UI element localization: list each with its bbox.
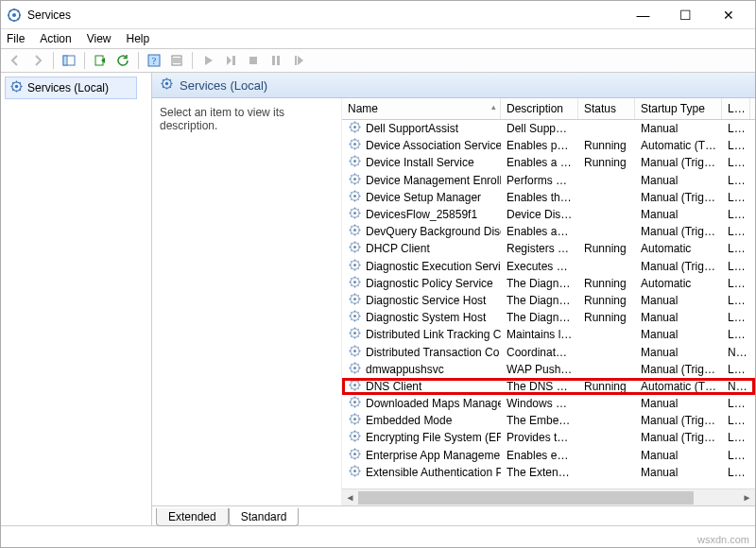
service-row[interactable]: Enterprise App Manageme…Enables ent…Manu…: [342, 447, 755, 464]
service-logon: Loc: [722, 242, 750, 255]
start-service-button[interactable]: [198, 50, 218, 71]
pause-r-button[interactable]: [220, 50, 241, 71]
service-row[interactable]: Device Association ServiceEnables pair…R…: [342, 137, 755, 154]
service-logon: Loc: [722, 156, 750, 169]
tab-extended[interactable]: Extended: [156, 508, 229, 526]
service-rows[interactable]: Dell SupportAssistDell Suppor…ManualLocD…: [342, 120, 755, 488]
service-startup: Manual: [635, 346, 722, 359]
stop-service-button[interactable]: [243, 50, 264, 71]
service-logon: Loc: [722, 122, 750, 135]
service-logon: Loc: [722, 225, 750, 238]
service-status: Running: [578, 139, 635, 152]
service-row[interactable]: Embedded ModeThe Embed…Manual (Trig…Loc: [342, 412, 755, 429]
tab-standard[interactable]: Standard: [229, 508, 300, 526]
service-status: Running: [578, 277, 635, 290]
service-startup: Manual (Trig…: [635, 225, 722, 238]
service-row[interactable]: Device Setup ManagerEnables the …Manual …: [342, 189, 755, 206]
service-desc: The Embed…: [501, 414, 578, 427]
col-startup[interactable]: Startup Type: [635, 98, 722, 119]
service-row[interactable]: Diagnostic Execution ServiceExecutes dia…: [342, 258, 755, 275]
service-row[interactable]: Distributed Transaction Co…Coordinates…M…: [342, 343, 755, 360]
service-status: Running: [578, 380, 635, 393]
tree-item-services-local[interactable]: Services (Local): [5, 77, 137, 99]
help-button[interactable]: ?: [144, 50, 164, 71]
service-name: Enterprise App Manageme…: [366, 449, 501, 462]
view-tabs: Extended Standard: [152, 505, 755, 525]
service-row[interactable]: Encrypting File System (EFS)Provides th……: [342, 429, 755, 446]
service-desc: WAP Push …: [501, 363, 578, 376]
gear-icon: [348, 172, 362, 189]
forward-button[interactable]: [27, 50, 48, 71]
col-name[interactable]: Name: [342, 98, 501, 119]
gear-icon: [348, 206, 362, 223]
service-row[interactable]: DNS ClientThe DNS Cli…RunningAutomatic (…: [342, 378, 755, 395]
col-status[interactable]: Status: [578, 98, 635, 119]
service-status: Running: [578, 156, 635, 169]
restart-service-button[interactable]: [288, 50, 309, 71]
service-row[interactable]: Downloaded Maps ManagerWindows se…Manual…: [342, 395, 755, 412]
gear-icon: [348, 447, 362, 464]
menu-help[interactable]: Help: [127, 32, 150, 45]
service-name: Diagnostic Execution Service: [366, 260, 501, 273]
service-logon: Loc: [722, 414, 750, 427]
menu-view[interactable]: View: [87, 32, 112, 45]
scroll-right-icon[interactable]: ►: [739, 489, 755, 505]
service-startup: Automatic: [635, 242, 722, 255]
column-headers: Name Description Status Startup Type Log: [342, 98, 755, 120]
svg-rect-13: [277, 56, 280, 65]
service-row[interactable]: Diagnostic Policy ServiceThe Diagno…Runn…: [342, 275, 755, 292]
properties-button[interactable]: [166, 50, 187, 71]
svg-point-38: [353, 281, 356, 283]
service-row[interactable]: DHCP ClientRegisters an…RunningAutomatic…: [342, 240, 755, 257]
export-list-button[interactable]: [90, 50, 111, 71]
service-name: Dell SupportAssist: [366, 122, 458, 135]
minimize-button[interactable]: —: [622, 2, 664, 28]
service-row[interactable]: Diagnostic Service HostThe Diagno…Runnin…: [342, 292, 755, 309]
service-name: Embedded Mode: [366, 414, 452, 427]
maximize-button[interactable]: ☐: [664, 2, 707, 28]
svg-point-34: [353, 246, 356, 248]
service-logon: Loc: [722, 294, 750, 307]
service-row[interactable]: Device Install ServiceEnables a c…Runnin…: [342, 154, 755, 171]
service-desc: The Diagno…: [501, 294, 578, 307]
horizontal-scrollbar[interactable]: ◄ ►: [342, 488, 755, 505]
service-startup: Automatic (T…: [635, 380, 722, 393]
service-logon: Net: [722, 346, 750, 359]
services-window: Services — ☐ ✕ File Action View Help ?: [0, 0, 756, 548]
gear-icon: [348, 378, 362, 395]
service-name: DevQuery Background Disc…: [366, 225, 501, 238]
service-logon: Loc: [722, 311, 750, 324]
service-row[interactable]: Device Management Enroll…Performs D…Manu…: [342, 172, 755, 189]
service-name: Device Install Service: [366, 156, 474, 169]
service-row[interactable]: Dell SupportAssistDell Suppor…ManualLoc: [342, 120, 755, 137]
service-row[interactable]: dmwappushsvcWAP Push …Manual (Trig…Loc: [342, 361, 755, 378]
service-row[interactable]: Extensible Authentication P…The Extensi……: [342, 464, 755, 481]
svg-point-50: [353, 384, 356, 386]
service-row[interactable]: DevicesFlow_25859f1Device Disc…ManualLoc: [342, 206, 755, 223]
svg-rect-12: [272, 56, 275, 65]
show-hide-tree-button[interactable]: [59, 50, 79, 71]
service-status: Running: [578, 242, 635, 255]
service-name: DHCP Client: [366, 242, 430, 255]
menu-file[interactable]: File: [7, 32, 25, 45]
col-description[interactable]: Description: [501, 98, 578, 119]
refresh-button[interactable]: [112, 50, 133, 71]
pause-service-button[interactable]: [266, 50, 286, 71]
service-status: Running: [578, 294, 635, 307]
service-desc: Executes dia…: [501, 260, 578, 273]
scroll-left-icon[interactable]: ◄: [342, 489, 358, 505]
service-name: Distributed Link Tracking Cl…: [366, 328, 501, 341]
back-button[interactable]: [5, 50, 26, 71]
service-row[interactable]: Diagnostic System HostThe Diagno…Running…: [342, 309, 755, 326]
service-desc: Maintains li…: [501, 328, 578, 341]
service-startup: Manual: [635, 294, 722, 307]
close-button[interactable]: ✕: [707, 2, 749, 28]
service-startup: Manual (Trig…: [635, 363, 722, 376]
service-logon: Loc: [722, 363, 750, 376]
service-desc: Device Disc…: [501, 208, 578, 221]
col-logon[interactable]: Log: [722, 98, 750, 119]
scroll-thumb[interactable]: [358, 491, 694, 505]
service-row[interactable]: Distributed Link Tracking Cl…Maintains l…: [342, 326, 755, 343]
menu-action[interactable]: Action: [40, 32, 71, 45]
service-row[interactable]: DevQuery Background Disc…Enables app…Man…: [342, 223, 755, 240]
